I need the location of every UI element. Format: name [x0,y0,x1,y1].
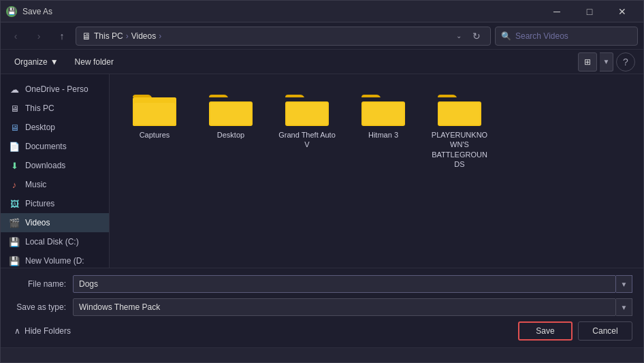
sidebar: ☁ OneDrive - Perso 🖥 This PC 🖥 Desktop 📄… [1,74,110,268]
saveastype-dropdown-button[interactable]: ▼ [616,298,632,316]
bottom-actions: ∧ Hide Folders Save Cancel [12,321,632,341]
file-area: Captures Desktop [110,74,643,268]
file-name-gta: Grand Theft Auto V [278,130,336,150]
toolbar2-right: ⊞ ▼ ? [578,52,635,72]
filename-input-wrapper: ▼ [73,275,632,293]
title-bar: 💾 Save As ─ □ ✕ [1,1,643,22]
onedrive-icon: ☁ [9,84,20,95]
chevron-down-icon: ∧ [14,326,20,336]
saveastype-label: Save as type: [12,302,73,312]
hide-folders-button[interactable]: ∧ Hide Folders [12,323,74,338]
view-icon: ⊞ [584,57,591,67]
filename-dropdown-button[interactable]: ▼ [616,275,632,293]
filename-label: File name: [12,279,73,289]
back-button[interactable]: ‹ [6,27,25,46]
view-dropdown-button[interactable]: ▼ [600,52,613,72]
list-item[interactable]: Grand Theft Auto V [273,85,341,174]
title-bar-controls: ─ □ ✕ [541,1,638,22]
new-folder-button[interactable]: New folder [69,53,119,71]
view-button[interactable]: ⊞ [578,52,597,72]
list-item[interactable]: Desktop [197,85,265,174]
search-icon: 🔍 [501,31,511,41]
help-button[interactable]: ? [616,52,635,72]
svg-rect-6 [210,103,251,125]
sidebar-item-desktop[interactable]: 🖥 Desktop [1,118,109,137]
downloads-icon: ⬇ [9,160,20,171]
sidebar-item-pictures[interactable]: 🖼 Pictures [1,194,109,213]
sidebar-item-videos[interactable]: 🎬 Videos [1,213,109,232]
status-bar [1,347,643,362]
action-buttons: Save Cancel [518,321,632,341]
address-dropdown-button[interactable]: ⌄ [452,28,466,44]
bottom-bar: File name: ▼ Save as type: Windows Theme… [1,268,643,347]
organize-button[interactable]: Organize ▼ [9,53,64,71]
pictures-icon: 🖼 [9,198,20,209]
saveastype-select[interactable]: Windows Theme Pack [73,298,616,316]
sidebar-item-documents[interactable]: 📄 Documents [1,137,109,156]
hide-folders-label: Hide Folders [25,326,71,336]
sidebar-item-downloads[interactable]: ⬇ Downloads [1,156,109,175]
svg-rect-10 [363,103,404,125]
secondary-toolbar: Organize ▼ New folder ⊞ ▼ ? [1,50,643,74]
address-icon: 🖥 [82,31,91,42]
close-button[interactable]: ✕ [607,1,638,22]
main-content: ☁ OneDrive - Perso 🖥 This PC 🖥 Desktop 📄… [1,74,643,268]
path-thispc: This PC [94,31,123,41]
filename-row: File name: ▼ [12,275,632,293]
sidebar-label-music: Music [25,180,46,189]
refresh-button[interactable]: ↻ [468,28,485,44]
sidebar-label-localdisk: Local Disk (C:) [25,237,79,247]
dialog-title: Save As [22,7,541,16]
documents-icon: 📄 [9,141,20,152]
folder-captures-icon [133,91,176,126]
organize-label: Organize [14,57,48,67]
sidebar-label-onedrive: OneDrive - Perso [25,84,88,94]
sidebar-label-downloads: Downloads [25,161,65,170]
address-bar[interactable]: 🖥 This PC › Videos › ⌄ ↻ [76,27,491,46]
newvolume-icon: 💾 [9,255,20,266]
address-path: This PC › Videos › [94,31,449,41]
minimize-button[interactable]: ─ [541,1,573,22]
list-item[interactable]: Captures [120,85,189,174]
sidebar-item-music[interactable]: ♪ Music [1,175,109,194]
sidebar-label-newvolume: New Volume (D: [25,256,84,266]
sidebar-item-thispc[interactable]: 🖥 This PC [1,99,109,118]
desktop-icon: 🖥 [9,122,20,133]
sidebar-label-documents: Documents [25,142,67,151]
file-name-captures: Captures [140,130,170,140]
file-grid: Captures Desktop [120,85,632,174]
list-item[interactable]: Hitman 3 [349,85,417,174]
sidebar-item-onedrive[interactable]: ☁ OneDrive - Perso [1,80,109,99]
file-name-pubg: PLAYERUNKNOWN'S BATTLEGROUNDS [431,130,488,169]
search-input[interactable] [515,31,632,41]
save-as-dialog: 💾 Save As ─ □ ✕ ‹ › ↑ 🖥 This PC › Videos… [0,0,644,363]
sidebar-label-pictures: Pictures [25,199,54,208]
file-name-hitman: Hitman 3 [368,130,398,140]
file-name-desktop: Desktop [217,130,244,140]
sidebar-item-newvolume[interactable]: 💾 New Volume (D: [1,251,109,268]
sidebar-label-thispc: This PC [25,104,54,113]
up-button[interactable]: ↑ [52,27,71,46]
folder-pubg-icon [438,91,481,126]
sidebar-item-localdisk[interactable]: 💾 Local Disk (C:) [1,232,109,251]
svg-rect-8 [287,103,327,125]
videos-icon: 🎬 [9,217,20,228]
organize-chevron: ▼ [50,57,59,67]
saveastype-row: Save as type: Windows Theme Pack ▼ [12,298,632,316]
svg-rect-12 [439,103,480,125]
forward-button[interactable]: › [29,27,48,46]
localdisk-icon: 💾 [9,236,20,247]
svg-rect-4 [134,103,175,125]
sidebar-label-videos: Videos [25,218,50,227]
save-button[interactable]: Save [518,321,573,341]
maximize-button[interactable]: □ [574,1,605,22]
cancel-button[interactable]: Cancel [578,321,632,341]
saveastype-select-wrapper: Windows Theme Pack ▼ [73,298,632,316]
search-box[interactable]: 🔍 [495,27,638,46]
folder-gta-icon [285,91,329,126]
navigation-toolbar: ‹ › ↑ 🖥 This PC › Videos › ⌄ ↻ 🔍 [1,22,643,50]
sidebar-label-desktop: Desktop [25,123,55,132]
list-item[interactable]: PLAYERUNKNOWN'S BATTLEGROUNDS [425,85,494,174]
filename-input[interactable] [73,275,616,293]
dialog-icon: 💾 [6,6,17,17]
